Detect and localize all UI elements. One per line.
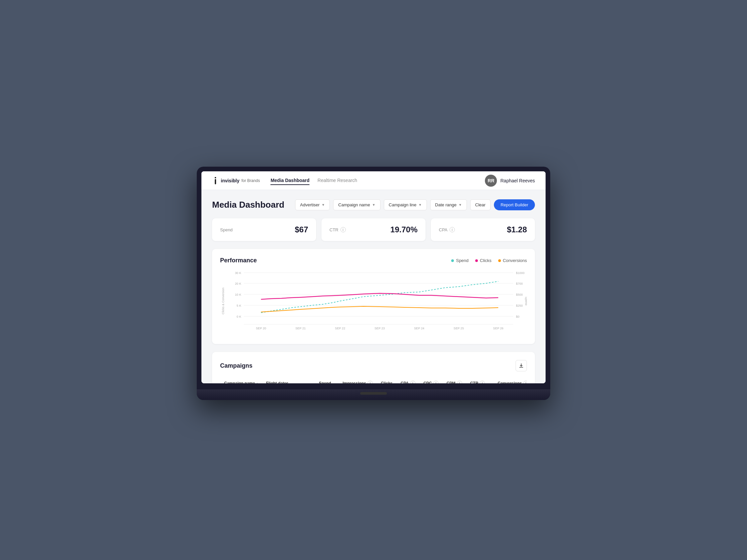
svg-text:SEP 20: SEP 20	[256, 327, 266, 330]
clear-button[interactable]: Clear	[470, 199, 491, 210]
download-button[interactable]	[516, 360, 527, 371]
svg-text:$0: $0	[516, 315, 519, 318]
download-icon	[519, 363, 524, 368]
page-title: Media Dashboard	[212, 200, 284, 210]
chevron-down-icon: ▼	[418, 203, 422, 207]
campaigns-card: Campaigns	[212, 352, 535, 383]
campaigns-title: Campaigns	[220, 362, 253, 369]
chart-legend: Spend Clicks Conversions	[451, 258, 527, 263]
table-header: Campaign name ↕ Flight dates Spend	[220, 378, 527, 383]
date-range-filter[interactable]: Date range ▼	[430, 199, 467, 210]
svg-text:10 K: 10 K	[235, 293, 241, 296]
svg-text:0 K: 0 K	[237, 315, 241, 318]
navbar: invisibly for Brands Media Dashboard Rea…	[201, 171, 546, 190]
svg-text:Clicks & Conversion: Clicks & Conversion	[222, 288, 225, 314]
user-name: Raphael Reeves	[500, 178, 535, 183]
ctr-table-info-icon[interactable]: i	[480, 381, 485, 383]
advertiser-filter[interactable]: Advertiser ▼	[295, 199, 330, 210]
campaign-line-filter[interactable]: Campaign line ▼	[384, 199, 427, 210]
legend-clicks-label: Clicks	[480, 258, 492, 263]
brand-suffix: for Brands	[241, 178, 260, 183]
svg-text:30 K: 30 K	[235, 271, 241, 275]
th-cpc: CPC i	[419, 378, 442, 383]
th-spend: Spend	[315, 378, 338, 383]
svg-text:SEP 22: SEP 22	[335, 327, 345, 330]
th-cpm: CPM i	[442, 378, 466, 383]
chevron-down-icon: ▼	[321, 203, 325, 207]
sort-icon: ↕	[256, 382, 258, 384]
report-builder-button[interactable]: Report Builder	[494, 199, 535, 210]
svg-rect-0	[215, 177, 216, 178]
brand-logo-icon	[212, 177, 219, 184]
filter-bar: Advertiser ▼ Campaign name ▼ Campaign li…	[295, 199, 535, 210]
svg-text:SEP 25: SEP 25	[454, 327, 464, 330]
nav-links: Media Dashboard Realtime Research	[271, 176, 485, 185]
th-cpa: CPA i	[396, 378, 419, 383]
cpa-value: $1.28	[507, 225, 527, 234]
ctr-info-icon[interactable]: i	[340, 227, 346, 232]
legend-spend: Spend	[451, 258, 468, 263]
th-campaign-name: Campaign name ↕	[220, 378, 262, 383]
brand: invisibly for Brands	[212, 177, 260, 184]
cpm-info-icon[interactable]: i	[457, 381, 462, 383]
chart-svg: 30 K 20 K 10 K 5 K 0 K $1000 $700 $500 $…	[220, 269, 527, 336]
campaigns-header: Campaigns	[220, 360, 527, 371]
chevron-down-icon: ▼	[459, 203, 462, 207]
campaigns-table-container: Campaign name ↕ Flight dates Spend	[220, 378, 527, 383]
impressions-info-icon[interactable]: i	[367, 381, 373, 383]
legend-conversions: Conversions	[498, 258, 527, 263]
svg-text:Spend: Spend	[524, 297, 527, 305]
chart-area: 30 K 20 K 10 K 5 K 0 K $1000 $700 $500 $…	[220, 269, 527, 336]
legend-conversions-label: Conversions	[503, 258, 527, 263]
legend-clicks: Clicks	[475, 258, 492, 263]
chart-title: Performance	[220, 257, 257, 264]
campaigns-table: Campaign name ↕ Flight dates Spend	[220, 378, 527, 383]
svg-text:$250: $250	[516, 304, 522, 307]
cpa-info-icon[interactable]: i	[410, 381, 415, 383]
page-header: Media Dashboard Advertiser ▼ Campaign na…	[212, 199, 535, 210]
cpa-label: CPA	[439, 227, 447, 232]
avatar: RR	[485, 175, 497, 187]
svg-text:20 K: 20 K	[235, 282, 241, 285]
cpa-card: CPA i $1.28	[431, 218, 535, 241]
cpa-label-group: CPA i	[439, 227, 455, 232]
chart-header: Performance Spend Clicks	[220, 257, 527, 264]
ctr-label: CTR	[330, 227, 338, 232]
legend-spend-label: Spend	[456, 258, 468, 263]
svg-text:$700: $700	[516, 282, 522, 285]
chevron-down-icon: ▼	[372, 203, 376, 207]
spend-value: $67	[295, 225, 308, 234]
conversions-dot	[498, 259, 501, 262]
ctr-value: 19.70%	[390, 225, 417, 234]
th-clicks: Clicks	[377, 378, 396, 383]
spend-dot	[451, 259, 454, 262]
svg-text:SEP 26: SEP 26	[493, 327, 504, 330]
spend-label: Spend	[220, 227, 233, 232]
svg-text:SEP 24: SEP 24	[414, 327, 424, 330]
svg-text:$1000: $1000	[516, 271, 524, 275]
th-ctr: CTR i	[466, 378, 494, 383]
svg-rect-1	[215, 179, 216, 184]
th-flight-dates: Flight dates	[262, 378, 315, 383]
ctr-card: CTR i 19.70%	[321, 218, 426, 241]
performance-chart-card: Performance Spend Clicks	[212, 249, 535, 344]
th-conversions: Conversions i	[494, 378, 527, 383]
svg-text:SEP 23: SEP 23	[375, 327, 385, 330]
campaign-name-filter[interactable]: Campaign name ▼	[333, 199, 380, 210]
spend-card: Spend $67	[212, 218, 316, 241]
svg-text:SEP 21: SEP 21	[295, 327, 306, 330]
conversions-info-icon[interactable]: i	[523, 381, 527, 383]
svg-text:$500: $500	[516, 293, 522, 296]
cpc-info-icon[interactable]: i	[433, 381, 439, 383]
nav-media-dashboard[interactable]: Media Dashboard	[271, 176, 309, 185]
clicks-dot	[475, 259, 478, 262]
brand-name: invisibly	[221, 178, 239, 183]
svg-text:5 K: 5 K	[237, 304, 241, 307]
metric-cards: Spend $67 CTR i 19.70% CPA	[212, 218, 535, 241]
th-impressions: Impressions i	[338, 378, 377, 383]
user-profile[interactable]: RR Raphael Reeves	[485, 175, 535, 187]
cpa-info-icon[interactable]: i	[449, 227, 455, 232]
nav-realtime-research[interactable]: Realtime Research	[317, 176, 357, 185]
ctr-label-group: CTR i	[330, 227, 346, 232]
